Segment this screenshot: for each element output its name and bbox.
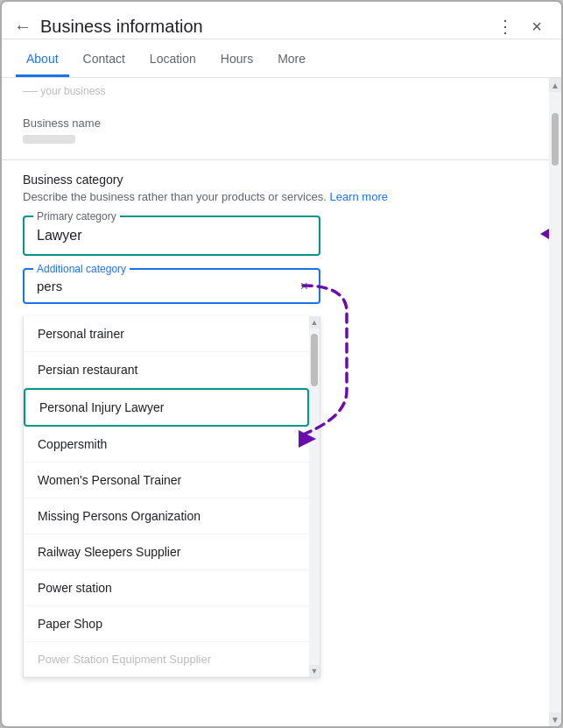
tabs-bar: About Contact Location Hours More: [2, 39, 561, 78]
additional-category-value: pers: [37, 279, 62, 293]
main-scrollbar: ▲ ▼: [549, 78, 561, 726]
additional-category-field[interactable]: Additional category pers ×: [23, 268, 320, 304]
title-bar: ← Business information ⋮ ×: [2, 2, 561, 39]
dropdown-scrollbar: ▲ ▼: [309, 316, 320, 677]
list-item[interactable]: Personal trainer: [24, 316, 309, 352]
dropdown-scroll-down[interactable]: ▼: [309, 665, 320, 677]
business-name-label: Business name: [23, 117, 528, 130]
tab-contact[interactable]: Contact: [73, 39, 136, 77]
tab-more[interactable]: More: [267, 39, 316, 77]
primary-category-field[interactable]: Primary category Lawyer: [23, 216, 320, 256]
list-item[interactable]: Women's Personal Trainer: [24, 463, 309, 498]
category-desc-text: Describe the business rather than your p…: [23, 190, 327, 203]
fields-and-dropdown: Primary category Lawyer Additional categ…: [23, 216, 528, 678]
scroll-down-arrow[interactable]: ▼: [549, 712, 561, 726]
list-item[interactable]: Power station: [24, 570, 309, 606]
learn-more-link[interactable]: Learn more: [329, 190, 387, 203]
additional-category-label: Additional category: [33, 263, 130, 275]
dropdown-list: Personal trainer Persian restaurant Pers…: [24, 316, 309, 677]
scrollbar-thumb: [552, 113, 559, 166]
additional-category-wrapper: Additional category pers ×: [23, 268, 528, 304]
dropdown-scroll-up[interactable]: ▲: [309, 316, 320, 329]
primary-category-wrapper: Primary category Lawyer: [23, 216, 528, 256]
primary-category-label: Primary category: [33, 210, 120, 223]
dropdown-container: Personal trainer Persian restaurant Pers…: [23, 316, 320, 678]
main-window: ← Business information ⋮ × About Contact…: [0, 0, 563, 728]
dropdown-scrollbar-thumb: [311, 334, 318, 386]
tab-hours[interactable]: Hours: [210, 39, 264, 77]
title-bar-left: ← Business information: [14, 17, 493, 37]
list-item[interactable]: Paper Shop: [24, 606, 309, 642]
tab-about[interactable]: About: [16, 39, 69, 77]
main-scroll[interactable]: ── your business Business name Business …: [2, 78, 549, 726]
close-icon[interactable]: ×: [528, 14, 545, 39]
list-item[interactable]: Railway Sleepers Supplier: [24, 534, 309, 570]
primary-arrow-icon: [540, 215, 549, 253]
primary-category-value: Lawyer: [37, 228, 82, 244]
personal-injury-lawyer-label: Personal Injury Lawyer: [39, 400, 164, 414]
title-bar-right: ⋮ ×: [493, 14, 545, 39]
list-item[interactable]: Coppersmith: [24, 427, 309, 463]
scroll-up-arrow[interactable]: ▲: [549, 78, 561, 92]
list-item[interactable]: Persian restaurant: [24, 352, 309, 388]
top-blur-text: ── your business: [2, 78, 549, 101]
category-title: Business category: [23, 173, 528, 187]
business-category-section: Business category Describe the business …: [2, 160, 549, 678]
list-item[interactable]: Power Station Equipment Supplier: [24, 642, 309, 677]
content-area: ── your business Business name Business …: [2, 78, 561, 726]
business-name-value-blurred: [23, 135, 75, 144]
primary-arrow-annotation: [540, 215, 549, 257]
back-icon[interactable]: ←: [14, 17, 32, 37]
tab-location[interactable]: Location: [139, 39, 207, 77]
business-name-section: Business name: [2, 101, 549, 144]
list-item-personal-injury[interactable]: Personal Injury Lawyer: [24, 388, 309, 427]
list-item[interactable]: Missing Persons Organization: [24, 498, 309, 534]
menu-icon[interactable]: ⋮: [493, 14, 517, 39]
clear-additional-icon[interactable]: ×: [300, 279, 308, 294]
page-title: Business information: [40, 17, 203, 37]
category-desc: Describe the business rather than your p…: [23, 190, 528, 203]
